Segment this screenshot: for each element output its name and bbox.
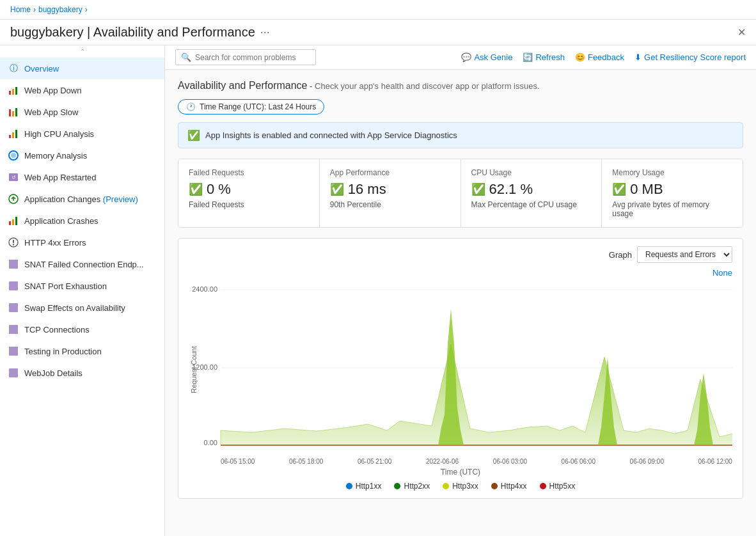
refresh-icon: 🔄	[523, 52, 533, 62]
metric-label: CPU Usage	[471, 168, 592, 177]
sidebar-item-snat-failed[interactable]: SNAT Failed Connection Endp...	[0, 253, 164, 275]
web-app-down-icon	[8, 84, 19, 96]
app-changes-icon	[8, 193, 19, 205]
time-range-button[interactable]: 🕐 Time Range (UTC): Last 24 Hours	[178, 99, 324, 114]
section-sep: -	[310, 81, 315, 91]
legend-dot	[540, 483, 546, 489]
refresh-button[interactable]: 🔄 Refresh	[523, 52, 565, 62]
svg-text:Request Count: Request Count	[190, 346, 198, 393]
search-input[interactable]	[195, 53, 297, 62]
sidebar-item-app-crashes[interactable]: Application Crashes	[0, 210, 164, 232]
feedback-icon: 😊	[575, 52, 585, 62]
app-crashes-icon	[8, 215, 19, 226]
metric-number: 0 %	[207, 181, 231, 198]
legend-item: Http5xx	[540, 482, 576, 491]
svg-rect-4	[12, 111, 14, 116]
graph-none-row: None	[189, 268, 732, 278]
svg-rect-24	[9, 325, 18, 334]
graph-label: Graph	[609, 250, 632, 260]
legend-label: Http1xx	[356, 482, 382, 491]
metric-card: App Performance ✅ 16 ms 90th Percentile	[320, 159, 461, 227]
chart-svg: 2400.00 1200.00 0.00 Request Count	[189, 280, 732, 453]
section-title: Availability and Performance	[178, 80, 307, 91]
graph-select[interactable]: Requests and Errors	[637, 246, 732, 263]
check-icon: ✅	[612, 182, 626, 196]
metric-sub: Max Percentage of CPU usage	[471, 200, 592, 209]
web-app-slow-icon	[8, 106, 19, 118]
sidebar-item-tcp-connections[interactable]: TCP Connections	[0, 319, 164, 340]
ask-genie-icon: 💬	[461, 52, 471, 62]
sidebar-item-http-4xx[interactable]: HTTP 4xx Errors	[0, 232, 164, 253]
metric-cards: Failed Requests ✅ 0 % Failed Requests Ap…	[178, 159, 743, 228]
svg-text:↺: ↺	[12, 175, 16, 180]
sidebar-item-label: Memory Analysis	[24, 151, 87, 161]
section-header: Availability and Performance - Check you…	[178, 80, 743, 91]
metric-sub: Avg private bytes of memory usage	[612, 200, 732, 218]
content-area: 🔍 💬 Ask Genie 🔄 Refresh 😊 Feedback	[165, 45, 756, 536]
feedback-button[interactable]: 😊 Feedback	[575, 52, 624, 62]
web-app-restarted-icon: ↺	[8, 171, 19, 183]
none-link[interactable]: None	[713, 268, 732, 278]
legend-item: Http4xx	[491, 482, 527, 491]
sidebar-item-overview[interactable]: ⓘOverview	[0, 58, 164, 79]
metric-value: ✅ 0 %	[189, 181, 309, 198]
svg-rect-17	[15, 217, 17, 225]
get-report-button[interactable]: ⬇ Get Resiliency Score report	[634, 52, 746, 62]
svg-rect-8	[15, 130, 17, 138]
snat-failed-icon	[8, 258, 19, 270]
metric-number: 16 ms	[348, 181, 386, 198]
svg-rect-22	[9, 281, 18, 290]
legend: Http1xx Http2xx Http3xx Http4xx Http5xx	[189, 482, 732, 491]
legend-item: Http1xx	[346, 482, 382, 491]
sidebar-item-label: Application Crashes	[24, 216, 98, 226]
svg-rect-1	[12, 89, 14, 95]
sidebar: ⌃ ⓘOverviewWeb App DownWeb App SlowHigh …	[0, 45, 165, 536]
sidebar-item-high-cpu[interactable]: High CPU Analysis	[0, 123, 164, 145]
main-layout: ⌃ ⓘOverviewWeb App DownWeb App SlowHigh …	[0, 45, 756, 536]
legend-item: Http2xx	[394, 482, 430, 491]
svg-text:0.00: 0.00	[204, 439, 217, 446]
overview-icon: ⓘ	[8, 63, 19, 74]
svg-rect-25	[9, 347, 18, 356]
metric-card: CPU Usage ✅ 62.1 % Max Percentage of CPU…	[461, 159, 602, 227]
sidebar-item-swap-effects[interactable]: Swap Effects on Availability	[0, 297, 164, 319]
svg-point-10	[11, 153, 16, 158]
graph-header: Graph Requests and Errors	[189, 246, 732, 263]
check-icon: ✅	[471, 182, 485, 196]
high-cpu-icon	[8, 128, 19, 139]
sidebar-item-snat-port[interactable]: SNAT Port Exhaustion	[0, 275, 164, 297]
page-header: buggybakery | Availability and Performan…	[0, 20, 756, 45]
sidebar-item-testing-production[interactable]: Testing in Production	[0, 340, 164, 362]
check-icon: ✅	[187, 129, 200, 141]
breadcrumb-home[interactable]: Home	[10, 5, 31, 14]
clock-icon: 🕐	[186, 102, 196, 111]
sidebar-item-app-changes[interactable]: Application Changes (Preview)	[0, 188, 164, 210]
close-button[interactable]: ✕	[737, 26, 746, 38]
info-banner: ✅ App Insights is enabled and connected …	[178, 122, 743, 148]
section-subtitle: Check your app's health and discover app…	[315, 81, 540, 91]
svg-rect-0	[9, 91, 11, 95]
legend-dot	[491, 483, 498, 489]
sidebar-item-memory[interactable]: Memory Analysis	[0, 145, 164, 166]
svg-point-20	[13, 244, 14, 245]
info-message: App Insights is enabled and connected wi…	[205, 130, 457, 140]
sidebar-item-webjob-details[interactable]: WebJob Details	[0, 362, 164, 384]
sidebar-item-web-app-slow[interactable]: Web App Slow	[0, 101, 164, 123]
svg-rect-16	[12, 219, 14, 225]
sidebar-item-web-app-down[interactable]: Web App Down	[0, 79, 164, 101]
sidebar-item-label: TCP Connections	[24, 325, 90, 335]
search-box[interactable]: 🔍	[175, 49, 316, 65]
svg-text:2400.00: 2400.00	[192, 285, 217, 293]
breadcrumb-app[interactable]: buggybakery	[38, 5, 83, 14]
metric-card: Memory Usage ✅ 0 MB Avg private bytes of…	[602, 159, 743, 227]
breadcrumb: Home › buggybakery ›	[0, 0, 756, 20]
snat-port-icon	[8, 280, 19, 292]
x-axis: 06-05 15:00 06-05 18:00 06-05 21:00 2022…	[221, 458, 732, 465]
svg-rect-21	[9, 260, 18, 269]
sidebar-item-web-app-restarted[interactable]: ↺Web App Restarted	[0, 166, 164, 188]
legend-dot	[394, 483, 400, 489]
page-title-ellipsis[interactable]: ···	[260, 26, 270, 39]
sidebar-item-label: SNAT Failed Connection Endp...	[24, 260, 144, 269]
ask-genie-button[interactable]: 💬 Ask Genie	[461, 52, 512, 62]
metric-value: ✅ 0 MB	[612, 181, 732, 198]
